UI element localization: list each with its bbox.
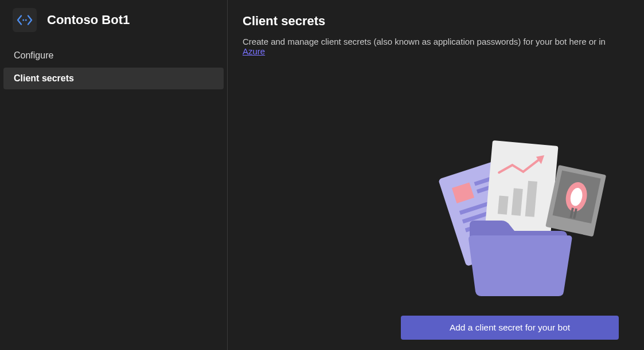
main-content: Client secrets Create and manage client …	[228, 0, 644, 350]
bot-icon	[13, 8, 37, 32]
sidebar-item-label: Client secrets	[14, 73, 74, 83]
sidebar-item-configure[interactable]: Configure	[3, 45, 224, 66]
sidebar: Contoso Bot1 Configure Client secrets	[0, 0, 228, 350]
page-desc-text: Create and manage client secrets (also k…	[243, 37, 606, 46]
svg-point-1	[25, 19, 27, 21]
svg-point-0	[22, 19, 24, 21]
svg-rect-10	[498, 195, 509, 214]
add-client-secret-button[interactable]: Add a client secret for your bot	[401, 316, 619, 340]
root: Contoso Bot1 Configure Client secrets Cl…	[0, 0, 644, 350]
sidebar-item-label: Configure	[14, 50, 53, 60]
sidebar-nav: Configure Client secrets	[0, 45, 227, 89]
page-description: Create and manage client secrets (also k…	[243, 37, 629, 56]
app-title: Contoso Bot1	[47, 13, 130, 27]
sidebar-header: Contoso Bot1	[0, 0, 227, 45]
sidebar-item-client-secrets[interactable]: Client secrets	[3, 68, 224, 89]
empty-state-illustration	[407, 139, 613, 300]
empty-state: Add a client secret for your bot	[389, 139, 630, 340]
page-title: Client secrets	[243, 14, 629, 29]
azure-link[interactable]: Azure	[243, 46, 265, 56]
